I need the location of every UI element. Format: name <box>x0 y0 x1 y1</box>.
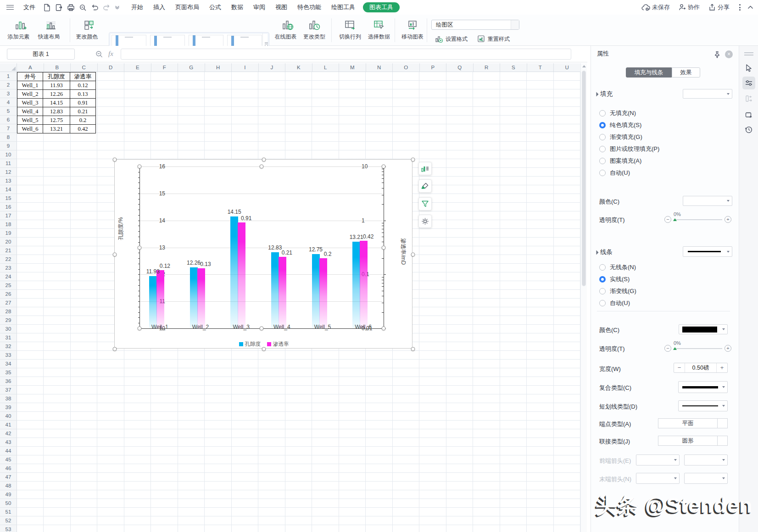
row-header-37[interactable]: 37 <box>0 386 17 394</box>
column-header-J[interactable]: J <box>259 63 286 72</box>
row-header-6[interactable]: 6 <box>0 116 17 124</box>
hamburger-menu-icon[interactable] <box>6 5 14 10</box>
more-commands-icon[interactable] <box>115 6 120 9</box>
radio-selected[interactable] <box>599 122 606 128</box>
row-header-21[interactable]: 21 <box>0 246 17 255</box>
selection-handle[interactable] <box>113 252 117 256</box>
fill-option-4[interactable]: 图案填充(A) <box>599 157 641 165</box>
row-header-32[interactable]: 32 <box>0 342 17 351</box>
table-cell[interactable]: 11.93 <box>43 81 70 90</box>
table-cell[interactable]: 0.13 <box>70 90 96 99</box>
fill-option-1[interactable]: 纯色填充(S) <box>599 121 641 129</box>
chart-style-button[interactable] <box>418 179 432 193</box>
row-header-41[interactable]: 41 <box>0 421 17 429</box>
panel-close-icon[interactable]: × <box>725 50 733 58</box>
selection-handle[interactable] <box>113 158 117 162</box>
rail-select-tool[interactable] <box>742 61 755 74</box>
column-header-R[interactable]: R <box>474 63 501 72</box>
export-document-icon[interactable] <box>55 4 63 11</box>
bar-porosity[interactable] <box>190 267 198 328</box>
bar-porosity[interactable] <box>271 252 279 328</box>
new-document-icon[interactable] <box>43 4 51 11</box>
table-cell[interactable]: 12.83 <box>43 107 70 116</box>
compound-type-dropdown[interactable] <box>678 381 728 393</box>
slider-plus-icon[interactable]: + <box>725 345 731 352</box>
row-header-34[interactable]: 34 <box>0 360 17 368</box>
selection-handle[interactable] <box>113 347 117 351</box>
begin-arrow-style-dropdown[interactable] <box>636 454 680 466</box>
share-button[interactable]: 分享 <box>706 3 732 11</box>
menu-tab-8[interactable]: 绘图工具 <box>326 0 360 15</box>
row-header-44[interactable]: 44 <box>0 447 17 455</box>
column-header-B[interactable]: B <box>44 63 71 72</box>
table-cell[interactable]: Well_3 <box>17 99 43 107</box>
menu-tab-1[interactable]: 插入 <box>148 0 170 15</box>
selection-handle[interactable] <box>411 252 415 256</box>
quick-layout-button[interactable]: 快速布局 <box>36 17 66 41</box>
chart-object[interactable]: 101112131415160.010.1110Well_1Well_2Well… <box>114 159 412 349</box>
pin-icon[interactable] <box>713 51 721 58</box>
collaborate-button[interactable]: 协作 <box>676 3 702 11</box>
rail-history-tool[interactable] <box>742 123 755 136</box>
line-color-dropdown[interactable] <box>679 324 728 334</box>
table-cell[interactable]: Well_4 <box>17 107 43 116</box>
reset-style-button[interactable]: 重置样式 <box>477 35 510 43</box>
radio-unselected[interactable] <box>599 158 606 164</box>
menu-tab-6[interactable]: 视图 <box>270 0 292 15</box>
find-icon[interactable] <box>79 4 87 11</box>
line-option-2[interactable]: 渐变线(G) <box>599 287 636 295</box>
row-header-38[interactable]: 38 <box>0 394 17 403</box>
legend-item[interactable]: 孔隙度 <box>239 341 261 348</box>
row-header-51[interactable]: 51 <box>0 508 17 516</box>
tab-effects[interactable]: 效果 <box>672 67 700 78</box>
radio-selected[interactable] <box>599 276 606 283</box>
menu-tab-2[interactable]: 页面布局 <box>170 0 204 15</box>
row-header-7[interactable]: 7 <box>0 124 17 133</box>
row-header-40[interactable]: 40 <box>0 412 17 421</box>
selection-handle[interactable] <box>382 165 386 169</box>
row-header-27[interactable]: 27 <box>0 299 17 307</box>
cap-type-caret-icon[interactable] <box>718 418 728 428</box>
rail-properties-tool[interactable] <box>742 77 755 89</box>
save-status[interactable]: 未保存 <box>639 3 673 11</box>
row-header-29[interactable]: 29 <box>0 316 17 325</box>
fill-option-3[interactable]: 图片或纹理填充(P) <box>599 145 659 153</box>
bar-permeability[interactable] <box>156 270 164 328</box>
row-header-35[interactable]: 35 <box>0 368 17 377</box>
line-option-3[interactable]: 自动(U) <box>599 299 630 307</box>
column-header-H[interactable]: H <box>205 63 232 72</box>
selection-handle[interactable] <box>138 327 142 331</box>
row-header-26[interactable]: 26 <box>0 290 17 299</box>
table-cell[interactable]: 0.21 <box>70 107 96 116</box>
menu-tab-3[interactable]: 公式 <box>204 0 226 15</box>
row-header-10[interactable]: 10 <box>0 150 17 159</box>
menu-tab-5[interactable]: 审阅 <box>248 0 270 15</box>
switch-row-col-button[interactable]: 切换行列 <box>335 17 365 41</box>
row-header-47[interactable]: 47 <box>0 473 17 482</box>
column-header-K[interactable]: K <box>285 63 312 72</box>
bar-permeability[interactable] <box>279 257 286 328</box>
row-header-48[interactable]: 48 <box>0 482 17 490</box>
menu-chart-tools-active[interactable]: 图表工具 <box>363 2 400 12</box>
row-header-46[interactable]: 46 <box>0 464 17 473</box>
radio-unselected[interactable] <box>599 264 606 271</box>
column-header-Q[interactable]: Q <box>446 63 474 72</box>
change-type-button[interactable]: 更改类型 <box>299 17 329 41</box>
row-header-2[interactable]: 2 <box>0 81 17 89</box>
name-box[interactable]: 图表 1 <box>7 49 75 60</box>
row-header-43[interactable]: 43 <box>0 438 17 447</box>
selection-handle[interactable] <box>411 158 415 162</box>
row-header-33[interactable]: 33 <box>0 351 17 360</box>
join-type-value[interactable]: 圆形 <box>658 436 718 446</box>
row-header-11[interactable]: 11 <box>0 159 17 168</box>
selection-handle[interactable] <box>411 347 415 351</box>
table-header-cell[interactable]: 渗透率 <box>70 72 96 81</box>
table-cell[interactable]: Well_2 <box>17 90 43 99</box>
fill-option-2[interactable]: 渐变填充(G) <box>599 133 642 141</box>
slider-minus-icon[interactable]: − <box>664 345 671 352</box>
slider-handle[interactable] <box>673 347 677 350</box>
radio-unselected[interactable] <box>599 134 606 140</box>
column-header-A[interactable]: A <box>17 63 44 72</box>
radio-unselected[interactable] <box>599 288 606 294</box>
fill-color-dropdown[interactable] <box>683 196 732 206</box>
